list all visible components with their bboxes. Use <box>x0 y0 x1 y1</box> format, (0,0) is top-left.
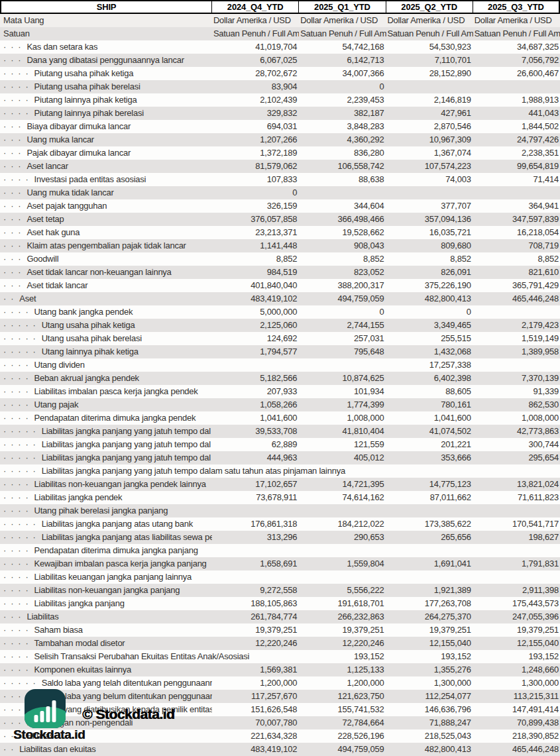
value-cell: 177,263,708 <box>386 597 473 610</box>
value-cell: 1,559,804 <box>299 557 386 570</box>
hierarchy-dots: · · · · <box>3 95 33 105</box>
value-cell: 465,446,248 <box>473 743 560 756</box>
row-label: · · · · Piutang usaha pihak ketiga <box>0 67 212 80</box>
value-cell: 34,687,325 <box>473 40 560 54</box>
row-label-text: Piutang usaha pihak berelasi <box>34 81 140 91</box>
value-cell <box>473 544 560 557</box>
value-cell: 91,339 <box>473 385 560 398</box>
row-label: · · · · Liabilitas jangka panjang <box>0 597 212 610</box>
value-cell: 218,525,043 <box>386 729 473 743</box>
row-label-text: Liabilitas jangka pendek <box>34 492 123 502</box>
value-cell: 295,654 <box>473 451 560 464</box>
row-label-text: Liabilitas jangka panjang <box>34 598 125 608</box>
value-cell: 13,821,024 <box>473 478 560 491</box>
table-row: · · · Dana yang dibatasi penggunaannya l… <box>0 54 560 67</box>
value-cell: 826,091 <box>386 266 473 279</box>
value-cell: 19,379,251 <box>473 623 560 637</box>
value-cell: 2,239,453 <box>299 93 386 107</box>
value-cell: 329,832 <box>212 107 299 120</box>
value-cell: 353,666 <box>386 451 473 464</box>
value-cell: 441,043 <box>473 107 560 120</box>
currency-cell: Dollar Amerika / USD <box>299 14 386 27</box>
row-label: · · · · Ekuitas yang diatribusikan kepad… <box>0 703 212 716</box>
value-cell: 16,035,721 <box>386 226 473 239</box>
hierarchy-dots: · · · · · <box>3 466 40 476</box>
value-cell: 10,874,625 <box>299 372 386 385</box>
row-label: · · · · Saham biasa <box>0 623 212 637</box>
value-cell <box>212 544 299 557</box>
row-label: · · · · Piutang lainnya pihak ketiga <box>0 93 212 107</box>
value-cell <box>299 570 386 584</box>
value-cell: 2,146,819 <box>386 93 473 107</box>
value-cell: 344,604 <box>299 199 386 213</box>
row-label-text: Utang pihak berelasi jangka panjang <box>34 506 168 515</box>
row-label: · · · · Investasi pada entitas asosiasi <box>0 173 212 186</box>
table-row: · · · · · Liabilitas jangka panjang atas… <box>0 531 560 544</box>
row-label: · · · · Utang pajak <box>0 398 212 411</box>
table-header-row: SHIP 2024_Q4_YTD2025_Q1_YTD2025_Q2_YTD20… <box>0 0 560 14</box>
hierarchy-dots: · · · · <box>3 68 33 78</box>
value-cell: 266,232,863 <box>299 610 386 623</box>
value-cell <box>473 570 560 584</box>
row-label-text: Uang muka tidak lancar <box>27 188 113 197</box>
table-row: · · · Aset tidak lancar401,840,040388,20… <box>0 279 560 292</box>
table-row: · · · Uang muka lancar1,207,2664,360,292… <box>0 133 560 146</box>
row-label: · · · · Pendapatan diterima dimuka jangk… <box>0 544 212 557</box>
value-cell: 5,000,000 <box>212 305 299 319</box>
value-cell: 16,218,054 <box>473 226 560 239</box>
hierarchy-dots: · · · <box>3 121 25 131</box>
value-cell: 1,008,000 <box>299 411 386 425</box>
row-label: · · · · Beban akrual jangka pendek <box>0 372 212 385</box>
hierarchy-dots: · · · <box>3 612 25 621</box>
row-label: · · · · Utang bank jangka pendek <box>0 305 212 319</box>
row-label-text: Piutang lainnya pihak ketiga <box>34 95 137 105</box>
row-label-text: Komponen ekuitas lainnya <box>34 665 132 675</box>
hierarchy-dots: · · · · <box>3 585 33 595</box>
table-row: · · · · Piutang lainnya pihak berelasi32… <box>0 107 560 120</box>
table-row: · · · · Liabilitas non-keuangan jangka p… <box>0 584 560 597</box>
value-cell: 1,774,399 <box>299 398 386 411</box>
value-cell: 101,934 <box>299 385 386 398</box>
hierarchy-dots: · · · <box>3 135 25 144</box>
value-cell: 823,052 <box>299 266 386 279</box>
row-label: · · · · Liabilitas non-keuangan jangka p… <box>0 478 212 491</box>
row-label-text: Piutang usaha pihak ketiga <box>34 68 134 78</box>
row-label-text: Ekuitas yang diatribusikan kepada pemili… <box>34 704 212 714</box>
value-cell: 2,102,439 <box>212 93 299 107</box>
value-cell: 88,638 <box>299 173 386 186</box>
value-cell: 107,574,223 <box>386 160 473 173</box>
hierarchy-dots: · · · <box>3 148 25 158</box>
value-cell: 146,636,796 <box>386 703 473 716</box>
row-label-text: Liabilitas non-keuangan jangka pendek la… <box>34 479 206 489</box>
row-label-text: Liabilitas jangka panjang yang jatuh tem… <box>42 466 345 476</box>
table-row: · · · · Piutang lainnya pihak ketiga2,10… <box>0 93 560 107</box>
unit-cell: Satuan Penuh / Full Amount <box>212 27 299 40</box>
value-cell: 193,152 <box>473 650 560 663</box>
value-cell: 1,519,149 <box>473 332 560 345</box>
value-cell: 465,446,248 <box>473 292 560 305</box>
row-label-text: Liabilitas jangka panjang atas liabilita… <box>42 532 212 542</box>
value-cell: 184,212,022 <box>299 517 386 531</box>
value-cell: 19,379,251 <box>386 623 473 637</box>
table-row: · · · · Liabilitas imbalan pasca kerja j… <box>0 385 560 398</box>
value-cell: 170,541,717 <box>473 517 560 531</box>
value-cell: 1,207,266 <box>212 133 299 146</box>
value-cell <box>386 186 473 199</box>
value-cell: 87,011,662 <box>386 491 473 504</box>
hierarchy-dots: · · · <box>3 55 25 65</box>
value-cell: 1,791,831 <box>473 557 560 570</box>
hierarchy-dots: · · · · <box>3 638 33 648</box>
row-label: · · Liabilitas dan ekuitas <box>0 743 212 756</box>
value-cell: 151,626,548 <box>212 703 299 716</box>
value-cell: 6,402,398 <box>386 372 473 385</box>
hierarchy-dots: · · <box>3 744 18 754</box>
hierarchy-dots: · · · · <box>3 506 33 515</box>
hierarchy-dots: · · · · · <box>3 320 40 330</box>
row-label-text: Utang dividen <box>34 360 85 370</box>
row-label-text: Pajak dibayar dimuka lancar <box>27 148 131 158</box>
row-label: · · · Kas dan setara kas <box>0 40 212 54</box>
row-label: · · · · · Liabilitas jangka panjang yang… <box>0 464 212 478</box>
value-cell: 1,372,189 <box>212 146 299 160</box>
value-cell: 14,721,395 <box>299 478 386 491</box>
table-row: · · · · Selisih Transaksi Perubahan Ekui… <box>0 650 560 663</box>
